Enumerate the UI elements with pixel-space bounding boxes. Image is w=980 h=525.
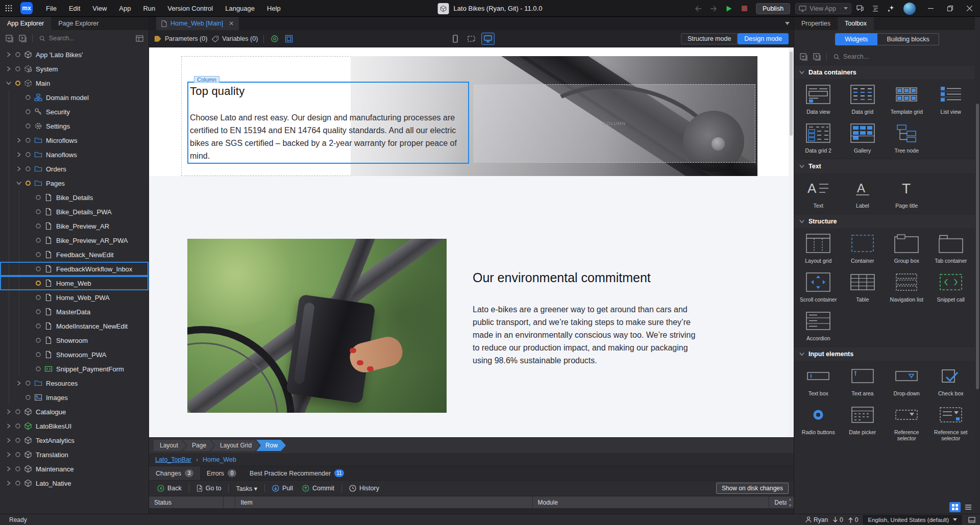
panel-layout-icon[interactable] (967, 515, 977, 525)
tree-item-masterdata[interactable]: MasterData (0, 305, 149, 319)
tree-item-main[interactable]: Main (0, 76, 149, 90)
hero-title[interactable]: Top quality (190, 85, 468, 98)
tab-list-caret[interactable] (785, 22, 790, 25)
chevron-right-icon[interactable] (4, 466, 13, 471)
widget-scroll-container[interactable]: Scroll container (796, 271, 841, 303)
expand-all-icon[interactable] (17, 33, 28, 43)
menu-version-control[interactable]: Version Control (161, 0, 219, 16)
publish-button[interactable]: Publish (756, 3, 790, 14)
menu-run[interactable]: Run (137, 0, 161, 16)
breadcrumb-row[interactable]: Row (256, 440, 286, 451)
tree-item-catalogue[interactable]: Catalogue (0, 405, 149, 419)
commit-button[interactable]: Commit (298, 483, 338, 493)
view-app-caret[interactable] (840, 7, 848, 10)
structure-mode-button[interactable]: Structure mode (681, 33, 738, 44)
column-header-status[interactable]: Status (149, 496, 224, 508)
widget-date-picker[interactable]: Date picker (841, 404, 885, 441)
widget-text-area[interactable]: Text area (841, 365, 885, 396)
tree-item-bike-details-pwa[interactable]: Bike_Details_PWA (0, 205, 149, 219)
widget-radio-buttons[interactable]: Radio buttons (796, 404, 841, 441)
chevron-right-icon[interactable] (14, 166, 23, 171)
widget-layout-grid[interactable]: Layout grid (796, 232, 841, 264)
user-avatar[interactable] (903, 3, 916, 15)
tree-item-maintenance[interactable]: Maintenance (0, 462, 149, 476)
toolbox-search-input[interactable] (843, 53, 974, 60)
env-title[interactable]: Our environmental commitment (473, 270, 702, 285)
widget-table[interactable]: Table (841, 271, 885, 303)
variables-button[interactable]: Variables (0) (211, 35, 258, 42)
env-text-block[interactable]: Our environmental commitment Lato e-bike… (473, 270, 702, 367)
dock-tab-changes[interactable]: Changes3 (149, 466, 200, 480)
stop-icon[interactable] (738, 3, 751, 15)
widget-check-box[interactable]: Check box (929, 365, 973, 396)
nav-back-icon[interactable] (692, 3, 705, 15)
explorer-filter-icon[interactable] (134, 33, 144, 43)
chevron-right-icon[interactable] (4, 481, 13, 486)
path-link-lato-topbar[interactable]: Lato_TopBar (155, 456, 191, 463)
minimize-button[interactable] (922, 0, 939, 17)
tree-item-settings[interactable]: Settings (0, 119, 149, 133)
env-body[interactable]: Lato e-bikes are a greener way to get ar… (473, 303, 696, 367)
chevron-right-icon[interactable] (4, 452, 13, 457)
tree-item-nanoflows[interactable]: Nanoflows (0, 147, 149, 162)
menu-language[interactable]: Language (219, 0, 261, 16)
mendix-logo[interactable]: mx (20, 2, 33, 14)
incoming-commits[interactable]: 0 (833, 516, 843, 523)
menu-edit[interactable]: Edit (63, 0, 86, 16)
go-to-button[interactable]: Go to (192, 483, 226, 493)
canvas-selected-column[interactable]: Column Top quality Choose Lato and rest … (187, 82, 469, 164)
toolbox-section-structure[interactable]: Structure (794, 214, 975, 228)
canvas-scrollbar-thumb[interactable] (790, 52, 793, 136)
grid-scroll-buttons[interactable]: ▲▼ (787, 496, 794, 508)
chevron-right-icon[interactable] (4, 423, 13, 429)
ai-sparkle-icon[interactable] (884, 3, 897, 15)
breadcrumb-layout[interactable]: Layout (154, 440, 186, 451)
show-on-disk-changes-button[interactable]: Show on disk changes (716, 483, 789, 494)
dock-tab-best-practice-recommender[interactable]: Best Practice Recommender11 (243, 466, 350, 480)
breadcrumb-page[interactable]: Page (183, 440, 214, 451)
tab-page-explorer[interactable]: Page Explorer (51, 17, 106, 30)
widget-navigation-list[interactable]: Navigation list (885, 271, 929, 303)
visibility-icon[interactable] (270, 34, 280, 44)
tree-item-pages[interactable]: Pages (0, 176, 149, 190)
grid-view-toggle[interactable] (949, 502, 961, 512)
pull-button[interactable]: Pull (268, 483, 297, 493)
toolbox-section-data-containers[interactable]: Data containers (794, 65, 975, 79)
chevron-right-icon[interactable] (4, 438, 13, 443)
changes-grid-body[interactable] (149, 508, 794, 514)
widget-group-box[interactable]: Group box (885, 232, 929, 264)
canvas-env-section[interactable]: Our environmental commitment Lato e-bike… (149, 176, 789, 437)
chevron-right-icon[interactable] (14, 152, 23, 157)
widget-tree-node[interactable]: Tree node (885, 122, 929, 154)
widget-container[interactable]: Container (841, 232, 885, 264)
tab-properties[interactable]: Properties (794, 17, 838, 30)
restore-button[interactable] (941, 0, 959, 17)
document-tab-home-web[interactable]: Home_Web [Main] ✕ (156, 17, 239, 30)
tab-app-explorer[interactable]: App Explorer (0, 17, 51, 30)
column-header-item[interactable]: Item (235, 496, 532, 508)
tree-item-showroom-pwa[interactable]: Showroom_PWA (0, 347, 149, 362)
apps-grid-icon[interactable] (0, 0, 17, 17)
outgoing-commits[interactable]: 0 (848, 516, 859, 523)
tree-item-images[interactable]: Images (0, 390, 149, 405)
tab-close-icon[interactable]: ✕ (227, 20, 234, 27)
tree-item-bike-preview-ar[interactable]: Bike_Preview_AR (0, 219, 149, 233)
dock-tab-errors[interactable]: Errors0 (200, 466, 243, 480)
current-user[interactable]: Ryan (805, 516, 828, 523)
console-icon[interactable] (869, 3, 882, 15)
toolbox-scrollbar-thumb[interactable] (976, 104, 979, 389)
building-blocks-segment[interactable]: Building blocks (877, 33, 939, 45)
view-app-button[interactable]: View App (795, 3, 851, 14)
tree-item-system[interactable]: System (0, 62, 149, 76)
widget-reference-set-selector[interactable]: Reference set selector (929, 404, 973, 441)
chevron-down-icon[interactable] (14, 181, 23, 185)
widget-accordion[interactable]: Accordion (796, 310, 841, 341)
canvas-scrollbar[interactable] (789, 47, 794, 437)
run-icon[interactable] (722, 3, 736, 15)
tree-item-lato-native[interactable]: Lato_Native (0, 476, 149, 490)
desktop-preview-icon[interactable] (481, 33, 495, 45)
feedback-icon[interactable] (853, 3, 867, 15)
phone-preview-icon[interactable] (449, 33, 462, 45)
toolbox-section-input-elements[interactable]: Input elements (794, 346, 975, 361)
widget-data-grid[interactable]: Data grid (841, 83, 885, 115)
